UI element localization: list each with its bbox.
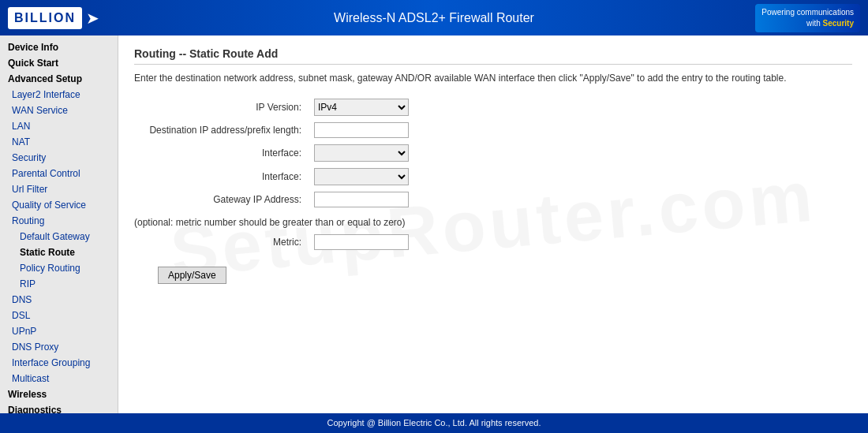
metric-label: Metric: [134, 231, 308, 253]
logo-text: BILLION [14, 11, 76, 24]
form-table: IP Version: IPv4 IPv6 Destination IP add… [134, 95, 415, 211]
interface1-select[interactable] [314, 144, 409, 162]
sidebar-item-layer2-interface[interactable]: Layer2 Interface [0, 87, 118, 103]
sidebar-item-multicast[interactable]: Multicast [0, 371, 118, 386]
sidebar-item-upnp[interactable]: UPnP [0, 323, 118, 339]
interface1-row: Interface: [134, 141, 415, 165]
header: BILLION ➤ Wireless-N ADSL2+ Firewall Rou… [0, 0, 868, 35]
sidebar-item-routing[interactable]: Routing [0, 213, 118, 229]
sidebar-item-quick-start[interactable]: Quick Start [0, 55, 118, 71]
ip-version-select[interactable]: IPv4 IPv6 [314, 99, 409, 116]
sidebar-item-wireless[interactable]: Wireless [0, 386, 118, 402]
sidebar-item-dns[interactable]: DNS [0, 292, 118, 308]
description: Enter the destination network address, s… [134, 73, 852, 84]
metric-note: (optional: metric number should be great… [134, 217, 852, 228]
interface1-label: Interface: [134, 141, 308, 165]
ip-version-label: IP Version: [134, 95, 308, 119]
sidebar-item-wan-service[interactable]: WAN Service [0, 103, 118, 118]
interface2-label: Interface: [134, 165, 308, 189]
content: Routing -- Static Route Add Enter the de… [118, 35, 868, 413]
sidebar-item-dns-proxy[interactable]: DNS Proxy [0, 339, 118, 355]
metric-table: Metric: [134, 231, 415, 253]
sidebar-item-diagnostics[interactable]: Diagnostics [0, 402, 118, 413]
interface2-row: Interface: [134, 165, 415, 189]
ip-version-row: IP Version: IPv4 IPv6 [134, 95, 415, 119]
sidebar-item-default-gateway[interactable]: Default Gateway [0, 229, 118, 244]
sidebar-item-parental-control[interactable]: Parental Control [0, 166, 118, 181]
powering-line1: Powering communications [761, 8, 854, 17]
sidebar-item-advanced-setup[interactable]: Advanced Setup [0, 71, 118, 87]
sidebar-item-lan[interactable]: LAN [0, 118, 118, 134]
gateway-input[interactable] [314, 192, 409, 207]
sidebar: Device Info Quick Start Advanced Setup L… [0, 35, 118, 413]
gateway-label: Gateway IP Address: [134, 189, 308, 211]
footer: Copyright @ Billion Electric Co., Ltd. A… [0, 413, 868, 433]
logo-area: BILLION ➤ [8, 7, 99, 29]
logo-swoosh: ➤ [86, 9, 99, 28]
interface2-select[interactable] [314, 168, 409, 185]
dest-ip-input[interactable] [314, 122, 409, 138]
sidebar-item-rip[interactable]: RIP [0, 276, 118, 292]
page-heading: Routing -- Static Route Add [134, 47, 852, 65]
sidebar-item-static-route[interactable]: Static Route [0, 244, 118, 260]
dest-ip-label: Destination IP address/prefix length: [134, 119, 308, 141]
sidebar-item-url-filter[interactable]: Url Filter [0, 181, 118, 197]
powering-badge: Powering communications with Security [755, 4, 860, 32]
metric-input[interactable] [314, 234, 409, 250]
sidebar-item-quality-of-service[interactable]: Quality of Service [0, 197, 118, 213]
dest-ip-row: Destination IP address/prefix length: [134, 119, 415, 141]
sidebar-item-dsl[interactable]: DSL [0, 308, 118, 323]
sidebar-item-nat[interactable]: NAT [0, 134, 118, 150]
apply-save-container: Apply/Save [158, 263, 852, 284]
footer-text: Copyright @ Billion Electric Co., Ltd. A… [327, 418, 541, 427]
header-title: Wireless-N ADSL2+ Firewall Router [334, 11, 534, 25]
logo-box: BILLION [8, 7, 82, 29]
sidebar-item-policy-routing[interactable]: Policy Routing [0, 260, 118, 276]
sidebar-item-interface-grouping[interactable]: Interface Grouping [0, 355, 118, 371]
apply-save-button[interactable]: Apply/Save [158, 267, 226, 284]
sidebar-item-security[interactable]: Security [0, 150, 118, 166]
gateway-row: Gateway IP Address: [134, 189, 415, 211]
sidebar-item-device-info[interactable]: Device Info [0, 39, 118, 55]
security-text: Security [823, 19, 854, 28]
metric-row: Metric: [134, 231, 415, 253]
main-layout: SetupRouter.com Device Info Quick Start … [0, 35, 868, 413]
